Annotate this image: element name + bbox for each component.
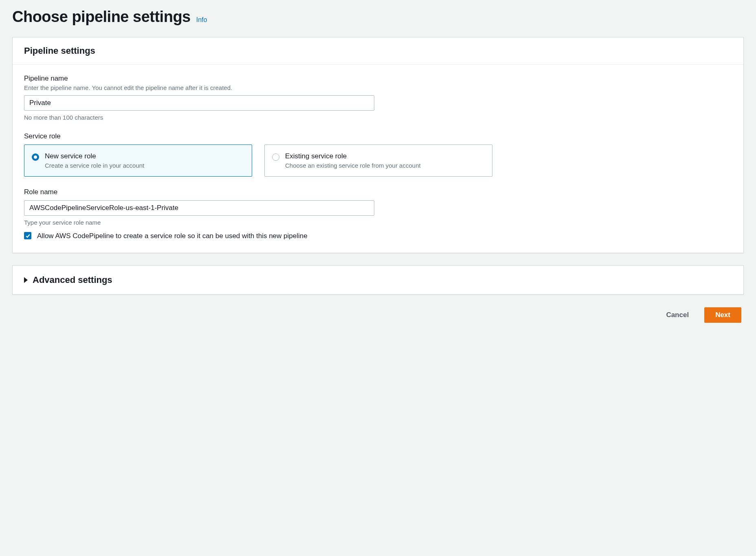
footer-actions: Cancel Next xyxy=(12,307,744,323)
allow-create-role-label: Allow AWS CodePipeline to create a servi… xyxy=(37,231,308,241)
caret-right-icon xyxy=(24,277,28,283)
pipeline-settings-panel: Pipeline settings Pipeline name Enter th… xyxy=(12,37,744,253)
service-role-label: Service role xyxy=(24,132,732,140)
page-title: Choose pipeline settings xyxy=(12,8,191,26)
check-icon xyxy=(25,233,31,239)
tile-title: Existing service role xyxy=(285,152,484,160)
pipeline-name-field: Pipeline name Enter the pipeline name. Y… xyxy=(24,74,732,121)
tile-description: Choose an existing service role from you… xyxy=(285,162,484,169)
radio-icon xyxy=(32,153,39,161)
role-name-hint: Type your service role name xyxy=(24,219,732,226)
radio-icon xyxy=(272,153,279,161)
pipeline-name-label: Pipeline name xyxy=(24,74,732,83)
panel-title: Pipeline settings xyxy=(24,46,732,56)
tile-content: New service role Create a service role i… xyxy=(45,152,244,169)
role-name-input[interactable] xyxy=(24,200,374,216)
service-role-field: Service role New service role Create a s… xyxy=(24,132,732,177)
pipeline-name-description: Enter the pipeline name. You cannot edit… xyxy=(24,84,732,91)
advanced-settings-title: Advanced settings xyxy=(33,275,112,285)
tile-description: Create a service role in your account xyxy=(45,162,244,169)
next-button[interactable]: Next xyxy=(704,307,741,323)
service-role-existing-tile[interactable]: Existing service role Choose an existing… xyxy=(264,144,492,177)
info-link[interactable]: Info xyxy=(196,16,207,24)
panel-header: Pipeline settings xyxy=(13,37,743,65)
role-name-field: Role name Type your service role name Al… xyxy=(24,188,732,241)
panel-body: Pipeline name Enter the pipeline name. Y… xyxy=(13,65,743,253)
allow-create-role-row: Allow AWS CodePipeline to create a servi… xyxy=(24,231,732,241)
service-role-new-tile[interactable]: New service role Create a service role i… xyxy=(24,144,252,177)
pipeline-name-input[interactable] xyxy=(24,95,374,111)
service-role-options: New service role Create a service role i… xyxy=(24,144,732,177)
advanced-settings-panel[interactable]: Advanced settings xyxy=(12,265,744,295)
tile-content: Existing service role Choose an existing… xyxy=(285,152,484,169)
tile-title: New service role xyxy=(45,152,244,160)
role-name-label: Role name xyxy=(24,188,732,196)
allow-create-role-checkbox[interactable] xyxy=(24,232,31,239)
cancel-button[interactable]: Cancel xyxy=(659,307,696,323)
page-header: Choose pipeline settings Info xyxy=(12,8,744,26)
pipeline-name-hint: No more than 100 characters xyxy=(24,114,732,121)
